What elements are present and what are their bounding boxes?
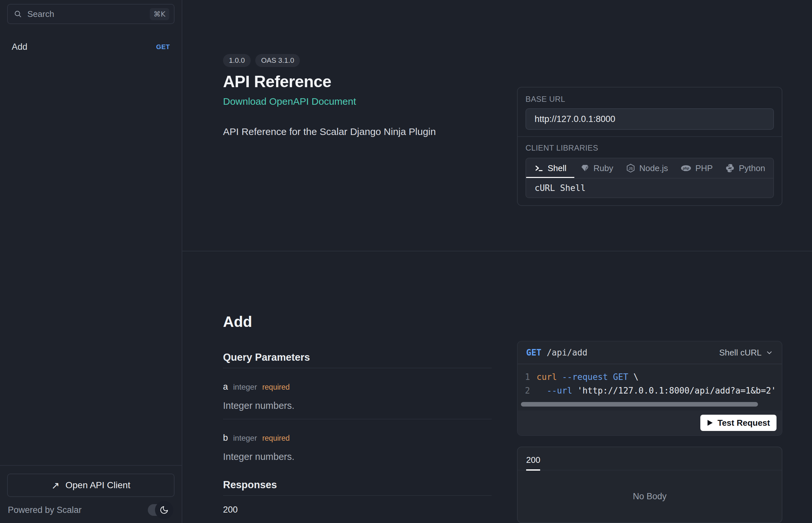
param-type: integer xyxy=(233,434,257,443)
test-request-label: Test Request xyxy=(718,418,770,428)
search-icon xyxy=(14,10,22,18)
tab-python[interactable]: Python xyxy=(719,158,771,178)
search-placeholder: Search xyxy=(27,9,54,19)
operation-section: Add Query Parameters a integer required … xyxy=(182,251,812,523)
play-icon xyxy=(707,419,713,427)
responses-heading: Responses xyxy=(223,479,491,491)
test-request-button[interactable]: Test Request xyxy=(700,415,777,431)
request-example-header: GET /api/add Shell cURL xyxy=(518,342,782,364)
tab-ruby[interactable]: Ruby xyxy=(574,158,620,178)
language-selector[interactable]: Shell cURL xyxy=(719,348,773,358)
dark-mode-toggle-knob xyxy=(155,501,173,519)
param-row-a: a integer required xyxy=(223,382,491,392)
code-snippet: 1 curl --request GET \ 2 --url 'http://1… xyxy=(518,364,782,411)
python-icon xyxy=(725,163,735,173)
http-method-badge: GET xyxy=(156,43,170,51)
response-tab-200[interactable]: 200 xyxy=(526,455,540,471)
line-number: 1 xyxy=(518,370,537,384)
code-token: --request GET xyxy=(562,370,628,384)
search-input[interactable]: Search ⌘K xyxy=(7,4,174,24)
request-example-footer: Test Request xyxy=(518,411,782,435)
response-empty-state: No Body xyxy=(518,470,782,522)
code-token: --url xyxy=(547,384,572,397)
param-row-b: b integer required xyxy=(223,433,491,443)
oas-badge: OAS 3.1.0 xyxy=(255,54,300,67)
terminal-icon xyxy=(534,163,544,173)
open-api-client-label: Open API Client xyxy=(66,480,130,490)
sidebar-nav: Add GET xyxy=(0,38,182,56)
horizontal-scrollbar-thumb[interactable] xyxy=(521,402,758,407)
base-url-label: BASE URL xyxy=(525,95,774,104)
tab-php[interactable]: php PHP xyxy=(674,158,719,178)
responses-block: Responses 200 xyxy=(223,479,491,515)
php-icon: php xyxy=(680,163,692,173)
svg-text:php: php xyxy=(683,166,689,170)
param-required-badge: required xyxy=(262,383,290,392)
line-number: 2 xyxy=(518,384,537,397)
divider xyxy=(223,368,491,368)
scalar-api-reference-app: Search ⌘K Add GET ↗ Open API Client Powe… xyxy=(0,0,812,523)
svg-text:JS: JS xyxy=(628,166,633,170)
server-column: BASE URL http://127.0.0.1:8000 CLIENT LI… xyxy=(517,0,782,251)
param-type: integer xyxy=(233,382,257,392)
tab-nodejs[interactable]: JS Node.js xyxy=(620,158,674,178)
moon-icon xyxy=(159,505,169,515)
param-description: Integer numbers. xyxy=(223,400,491,411)
page-title: API Reference xyxy=(223,72,491,91)
horizontal-scrollbar xyxy=(521,402,778,407)
sidebar-footer: ↗ Open API Client Powered by Scalar xyxy=(0,465,182,523)
server-card: BASE URL http://127.0.0.1:8000 CLIENT LI… xyxy=(517,87,782,206)
code-token: 'http://127.0.0.1:8000/api/add?a=1&b=2' xyxy=(572,384,776,397)
main-content: 1.0.0 OAS 3.1.0 API Reference Download O… xyxy=(182,0,812,523)
client-tabs: Shell Ruby xyxy=(526,158,773,178)
operation-column: Add Query Parameters a integer required … xyxy=(182,251,517,523)
intro-section: 1.0.0 OAS 3.1.0 API Reference Download O… xyxy=(182,0,812,251)
open-api-client-button[interactable]: ↗ Open API Client xyxy=(7,473,174,497)
search-shortcut-badge: ⌘K xyxy=(150,8,169,20)
example-column: GET /api/add Shell cURL 1 curl --requ xyxy=(517,251,782,523)
response-example-card: 200 No Body xyxy=(517,447,782,523)
sidebar: Search ⌘K Add GET ↗ Open API Client Powe… xyxy=(0,0,182,523)
operation-title: Add xyxy=(223,313,491,330)
sidebar-item-add[interactable]: Add GET xyxy=(0,38,182,56)
param-description: Integer numbers. xyxy=(223,451,491,462)
code-line-2: 2 --url 'http://127.0.0.1:8000/api/add?a… xyxy=(518,384,782,397)
tab-label: PHP xyxy=(695,163,713,173)
version-badge: 1.0.0 xyxy=(223,54,251,67)
tab-label: Node.js xyxy=(639,163,668,173)
download-openapi-link[interactable]: Download OpenAPI Document xyxy=(223,96,356,107)
client-libraries-card: Shell Ruby xyxy=(525,158,774,198)
base-url-input[interactable]: http://127.0.0.1:8000 xyxy=(525,108,774,130)
selected-client-label: cURL Shell xyxy=(526,178,773,197)
external-arrow-icon: ↗ xyxy=(51,480,59,491)
ruby-gem-icon xyxy=(581,164,590,173)
tab-label: Ruby xyxy=(593,163,614,173)
client-libraries-label: CLIENT LIBRARIES xyxy=(525,143,774,152)
param-name: b xyxy=(223,433,228,443)
code-token xyxy=(537,384,547,397)
api-description: API Reference for the Scalar Django Ninj… xyxy=(223,126,491,137)
dark-mode-toggle[interactable] xyxy=(148,504,171,516)
powered-by-row: Powered by Scalar xyxy=(7,504,174,523)
intro-column: 1.0.0 OAS 3.1.0 API Reference Download O… xyxy=(182,0,517,251)
request-path: /api/add xyxy=(547,348,587,358)
nodejs-icon: JS xyxy=(626,163,636,173)
divider xyxy=(223,495,491,496)
language-selector-label: Shell cURL xyxy=(719,348,762,358)
request-example-card: GET /api/add Shell cURL 1 curl --requ xyxy=(517,341,782,436)
chevron-down-icon xyxy=(765,349,773,357)
param-name: a xyxy=(223,382,228,392)
powered-by-label: Powered by Scalar xyxy=(8,505,82,515)
tab-label: Python xyxy=(739,163,765,173)
tab-shell[interactable]: Shell xyxy=(526,158,574,178)
sidebar-item-label: Add xyxy=(12,42,27,52)
param-required-badge: required xyxy=(262,434,290,443)
tab-label: Shell xyxy=(548,163,567,173)
more-clients-button[interactable]: ⋯ xyxy=(771,158,774,178)
request-method: GET xyxy=(526,348,541,358)
code-line-1: 1 curl --request GET \ xyxy=(518,370,782,384)
response-tabs: 200 xyxy=(518,447,782,470)
response-code-item[interactable]: 200 xyxy=(223,505,491,515)
code-token: curl xyxy=(537,370,562,384)
code-token: \ xyxy=(628,370,638,384)
